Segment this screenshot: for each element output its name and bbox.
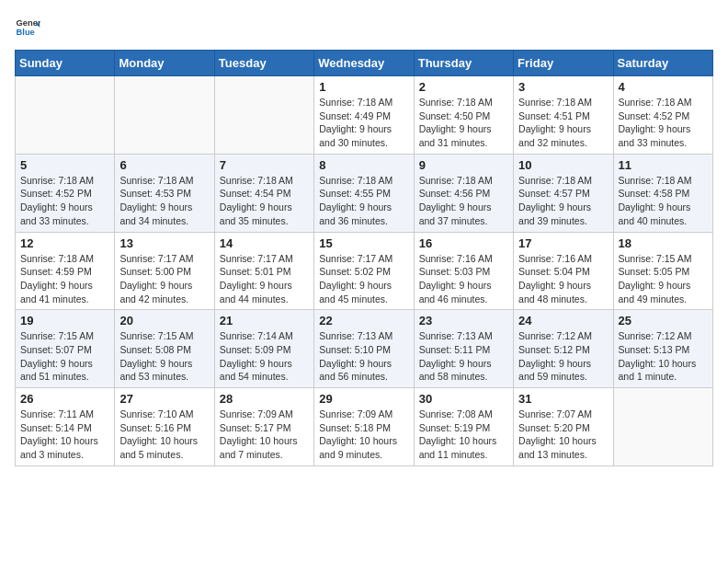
calendar-cell: 7Sunrise: 7:18 AM Sunset: 4:54 PM Daylig… <box>214 154 313 232</box>
weekday-header-row: SundayMondayTuesdayWednesdayThursdayFrid… <box>16 51 713 76</box>
day-info: Sunrise: 7:07 AM Sunset: 5:20 PM Dayligh… <box>518 408 608 462</box>
calendar-cell: 31Sunrise: 7:07 AM Sunset: 5:20 PM Dayli… <box>514 388 613 466</box>
weekday-header-friday: Friday <box>514 51 613 76</box>
day-number: 13 <box>119 236 209 250</box>
day-info: Sunrise: 7:12 AM Sunset: 5:13 PM Dayligh… <box>619 329 708 384</box>
day-number: 19 <box>20 314 109 327</box>
calendar-cell <box>214 76 313 155</box>
calendar-cell: 20Sunrise: 7:15 AM Sunset: 5:08 PM Dayli… <box>115 310 214 388</box>
day-info: Sunrise: 7:09 AM Sunset: 5:17 PM Dayligh… <box>220 408 309 462</box>
calendar-cell: 30Sunrise: 7:08 AM Sunset: 5:19 PM Dayli… <box>414 388 513 466</box>
calendar-cell: 15Sunrise: 7:17 AM Sunset: 5:02 PM Dayli… <box>314 232 414 310</box>
day-info: Sunrise: 7:17 AM Sunset: 5:00 PM Dayligh… <box>119 252 209 306</box>
calendar-week-row: 12Sunrise: 7:18 AM Sunset: 4:59 PM Dayli… <box>16 232 713 310</box>
day-info: Sunrise: 7:11 AM Sunset: 5:14 PM Dayligh… <box>20 408 109 462</box>
weekday-header-monday: Monday <box>115 51 214 76</box>
calendar-cell: 24Sunrise: 7:12 AM Sunset: 5:12 PM Dayli… <box>514 310 613 388</box>
day-number: 29 <box>319 392 408 406</box>
calendar-cell: 9Sunrise: 7:18 AM Sunset: 4:56 PM Daylig… <box>414 154 513 232</box>
day-info: Sunrise: 7:15 AM Sunset: 5:08 PM Dayligh… <box>119 329 209 384</box>
calendar-cell: 2Sunrise: 7:18 AM Sunset: 4:50 PM Daylig… <box>414 76 513 155</box>
day-number: 14 <box>220 236 309 250</box>
calendar-cell: 28Sunrise: 7:09 AM Sunset: 5:17 PM Dayli… <box>214 388 313 466</box>
day-number: 26 <box>20 392 109 406</box>
day-number: 1 <box>319 80 408 94</box>
day-info: Sunrise: 7:17 AM Sunset: 5:01 PM Dayligh… <box>220 252 309 306</box>
day-number: 18 <box>619 236 708 250</box>
day-info: Sunrise: 7:18 AM Sunset: 4:58 PM Dayligh… <box>619 174 708 228</box>
day-info: Sunrise: 7:18 AM Sunset: 4:55 PM Dayligh… <box>319 174 408 228</box>
day-number: 7 <box>220 158 309 172</box>
calendar-cell: 21Sunrise: 7:14 AM Sunset: 5:09 PM Dayli… <box>214 310 313 388</box>
day-number: 28 <box>220 392 309 406</box>
calendar-cell: 26Sunrise: 7:11 AM Sunset: 5:14 PM Dayli… <box>16 388 115 466</box>
page-header: General Blue <box>15 15 713 40</box>
calendar-cell: 27Sunrise: 7:10 AM Sunset: 5:16 PM Dayli… <box>115 388 214 466</box>
day-info: Sunrise: 7:14 AM Sunset: 5:09 PM Dayligh… <box>220 329 309 384</box>
calendar-week-row: 1Sunrise: 7:18 AM Sunset: 4:49 PM Daylig… <box>16 76 713 155</box>
calendar-table: SundayMondayTuesdayWednesdayThursdayFrid… <box>15 50 713 466</box>
day-number: 24 <box>518 314 608 327</box>
calendar-cell: 16Sunrise: 7:16 AM Sunset: 5:03 PM Dayli… <box>414 232 513 310</box>
day-info: Sunrise: 7:18 AM Sunset: 4:52 PM Dayligh… <box>20 174 109 228</box>
weekday-header-sunday: Sunday <box>16 51 115 76</box>
day-number: 25 <box>619 314 708 327</box>
day-number: 5 <box>20 158 109 172</box>
day-info: Sunrise: 7:18 AM Sunset: 4:57 PM Dayligh… <box>518 174 608 228</box>
weekday-header-thursday: Thursday <box>414 51 513 76</box>
day-number: 17 <box>518 236 608 250</box>
day-number: 8 <box>319 158 408 172</box>
calendar-cell: 4Sunrise: 7:18 AM Sunset: 4:52 PM Daylig… <box>613 76 712 155</box>
svg-text:Blue: Blue <box>17 28 35 37</box>
day-info: Sunrise: 7:16 AM Sunset: 5:04 PM Dayligh… <box>518 252 608 306</box>
day-number: 20 <box>119 314 209 327</box>
calendar-cell: 25Sunrise: 7:12 AM Sunset: 5:13 PM Dayli… <box>613 310 712 388</box>
weekday-header-wednesday: Wednesday <box>314 51 414 76</box>
day-info: Sunrise: 7:18 AM Sunset: 4:49 PM Dayligh… <box>319 96 408 150</box>
day-number: 30 <box>419 392 508 406</box>
day-number: 11 <box>619 158 708 172</box>
day-info: Sunrise: 7:17 AM Sunset: 5:02 PM Dayligh… <box>319 252 408 306</box>
calendar-cell <box>613 388 712 466</box>
calendar-cell: 10Sunrise: 7:18 AM Sunset: 4:57 PM Dayli… <box>514 154 613 232</box>
calendar-cell: 11Sunrise: 7:18 AM Sunset: 4:58 PM Dayli… <box>613 154 712 232</box>
logo-icon: General Blue <box>15 15 40 40</box>
day-number: 12 <box>20 236 109 250</box>
day-info: Sunrise: 7:15 AM Sunset: 5:07 PM Dayligh… <box>20 329 109 384</box>
day-number: 22 <box>319 314 408 327</box>
calendar-week-row: 19Sunrise: 7:15 AM Sunset: 5:07 PM Dayli… <box>16 310 713 388</box>
calendar-cell <box>16 76 115 155</box>
calendar-cell: 29Sunrise: 7:09 AM Sunset: 5:18 PM Dayli… <box>314 388 414 466</box>
day-info: Sunrise: 7:12 AM Sunset: 5:12 PM Dayligh… <box>518 329 608 384</box>
day-info: Sunrise: 7:18 AM Sunset: 4:52 PM Dayligh… <box>619 96 708 150</box>
calendar-cell: 5Sunrise: 7:18 AM Sunset: 4:52 PM Daylig… <box>16 154 115 232</box>
logo: General Blue <box>15 15 40 40</box>
day-number: 3 <box>518 80 608 94</box>
day-info: Sunrise: 7:13 AM Sunset: 5:10 PM Dayligh… <box>319 329 408 384</box>
calendar-cell: 23Sunrise: 7:13 AM Sunset: 5:11 PM Dayli… <box>414 310 513 388</box>
day-info: Sunrise: 7:18 AM Sunset: 4:59 PM Dayligh… <box>20 252 109 306</box>
calendar-cell <box>115 76 214 155</box>
day-number: 27 <box>119 392 209 406</box>
day-number: 15 <box>319 236 408 250</box>
calendar-cell: 18Sunrise: 7:15 AM Sunset: 5:05 PM Dayli… <box>613 232 712 310</box>
calendar-cell: 14Sunrise: 7:17 AM Sunset: 5:01 PM Dayli… <box>214 232 313 310</box>
day-info: Sunrise: 7:10 AM Sunset: 5:16 PM Dayligh… <box>119 408 209 462</box>
day-info: Sunrise: 7:18 AM Sunset: 4:51 PM Dayligh… <box>518 96 608 150</box>
day-number: 4 <box>619 80 708 94</box>
day-info: Sunrise: 7:09 AM Sunset: 5:18 PM Dayligh… <box>319 408 408 462</box>
day-info: Sunrise: 7:15 AM Sunset: 5:05 PM Dayligh… <box>619 252 708 306</box>
day-info: Sunrise: 7:13 AM Sunset: 5:11 PM Dayligh… <box>419 329 508 384</box>
calendar-cell: 19Sunrise: 7:15 AM Sunset: 5:07 PM Dayli… <box>16 310 115 388</box>
day-number: 21 <box>220 314 309 327</box>
calendar-cell: 3Sunrise: 7:18 AM Sunset: 4:51 PM Daylig… <box>514 76 613 155</box>
day-info: Sunrise: 7:18 AM Sunset: 4:54 PM Dayligh… <box>220 174 309 228</box>
calendar-cell: 22Sunrise: 7:13 AM Sunset: 5:10 PM Dayli… <box>314 310 414 388</box>
calendar-week-row: 5Sunrise: 7:18 AM Sunset: 4:52 PM Daylig… <box>16 154 713 232</box>
day-info: Sunrise: 7:08 AM Sunset: 5:19 PM Dayligh… <box>419 408 508 462</box>
day-number: 10 <box>518 158 608 172</box>
day-number: 23 <box>419 314 508 327</box>
weekday-header-tuesday: Tuesday <box>214 51 313 76</box>
weekday-header-saturday: Saturday <box>613 51 712 76</box>
day-info: Sunrise: 7:18 AM Sunset: 4:56 PM Dayligh… <box>419 174 508 228</box>
